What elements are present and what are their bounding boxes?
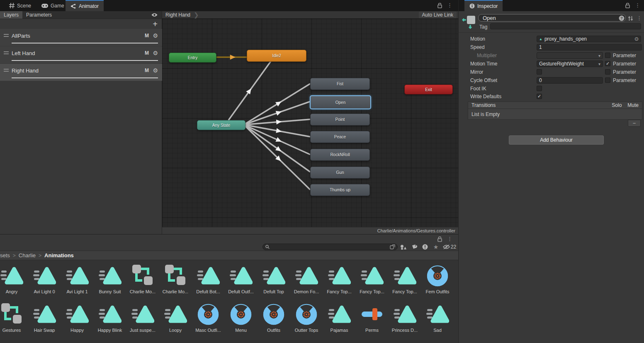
breadcrumb-charlie[interactable]: Charlie [19, 252, 36, 258]
lock-icon[interactable] [625, 3, 630, 8]
asset-item[interactable]: Happy Blink [94, 302, 126, 333]
asset-item[interactable]: Gestures [0, 302, 27, 333]
asset-item[interactable]: Hair Swap [29, 302, 60, 333]
mirror-parameter-checkbox[interactable] [605, 69, 610, 75]
asset-item[interactable]: Just suspe... [127, 302, 158, 333]
layer-row-right-hand[interactable]: Right Hand M ⚙ [0, 64, 162, 81]
tab-game[interactable]: Game [36, 0, 69, 11]
asset-item[interactable]: Fancy Top... [356, 263, 388, 294]
layer-row-allparts[interactable]: AllParts M ⚙ [0, 29, 162, 46]
asset-item[interactable]: Avi Light 1 [61, 263, 93, 294]
mask-badge[interactable]: M [145, 33, 149, 39]
filter-by-type-button[interactable] [398, 243, 408, 251]
add-behaviour-button[interactable]: Add Behaviour [509, 135, 604, 145]
mask-badge[interactable]: M [145, 50, 149, 56]
kebab-menu-icon[interactable]: ⋮ [635, 2, 640, 9]
search-box[interactable] [262, 244, 398, 250]
tab-inspector[interactable]: Inspector [464, 0, 503, 11]
kebab-menu-icon[interactable]: ⋮ [447, 236, 452, 242]
help-icon[interactable]: ? [619, 15, 625, 21]
asset-item[interactable]: Sad [422, 302, 453, 333]
node-fist[interactable]: Fist [310, 78, 370, 90]
cycle-offset-parameter-checkbox[interactable] [605, 77, 610, 83]
speed-input[interactable]: 1 [537, 44, 642, 51]
tab-parameters[interactable]: Parameters [22, 11, 56, 19]
asset-item[interactable]: Charlie Mo... [127, 263, 158, 294]
breadcrumb-assets[interactable]: sets [0, 252, 10, 258]
gear-icon[interactable]: ⚙ [153, 32, 158, 39]
breadcrumb-animations[interactable]: Animations [44, 252, 74, 258]
hidden-count-toggle[interactable]: 22 [441, 243, 458, 251]
asset-item[interactable]: Pajamas [323, 302, 355, 333]
drag-handle-icon[interactable] [4, 34, 9, 38]
write-defaults-checkbox[interactable] [537, 94, 542, 99]
alert-icon[interactable] [420, 243, 430, 251]
motion-object-field[interactable]: ▲ proxy_hands_open ⊙ [537, 36, 641, 42]
asset-item[interactable]: Angry [0, 263, 27, 294]
node-gun[interactable]: Gun [310, 167, 370, 179]
motion-time-parameter-checkbox[interactable] [605, 61, 610, 66]
mirror-checkbox[interactable] [537, 69, 542, 75]
gear-icon[interactable]: ⚙ [153, 67, 158, 74]
asset-item[interactable]: Masc Outfi... [192, 302, 224, 333]
asset-item[interactable]: Outter Tops [291, 302, 322, 333]
node-entry[interactable]: Entry [169, 53, 216, 63]
node-peace[interactable]: Peace [310, 131, 370, 143]
layer-row-left-hand[interactable]: Left Hand M ⚙ [0, 46, 162, 63]
lock-icon[interactable] [437, 3, 442, 8]
asset-item[interactable]: Defult Top [258, 263, 289, 294]
auto-live-link-button[interactable]: Auto Live Link [419, 12, 457, 18]
node-open[interactable]: Open [310, 95, 371, 109]
drag-handle-icon[interactable] [4, 69, 9, 73]
asset-item[interactable]: Defult Outf... [225, 263, 257, 294]
kebab-menu-icon[interactable]: ⋮ [447, 2, 452, 9]
object-picker-icon[interactable]: ⊙ [634, 36, 639, 42]
node-idle2[interactable]: Idle2 [247, 50, 306, 62]
asset-item[interactable]: Bunny Suit [94, 263, 126, 294]
asset-item[interactable]: Demon Fo... [291, 263, 322, 294]
asset-item[interactable]: Happy [61, 302, 93, 333]
state-machine-canvas[interactable]: Entry Idle2 Any State Fist Open Point Pe… [162, 19, 458, 227]
asset-item[interactable]: Outfits [258, 302, 289, 333]
lock-icon[interactable] [437, 237, 442, 242]
multiplier-parameter-checkbox[interactable] [605, 53, 610, 58]
gear-icon[interactable]: ⚙ [153, 50, 158, 56]
foot-ik-checkbox[interactable] [537, 86, 542, 91]
node-any-state[interactable]: Any State [197, 120, 245, 130]
node-point[interactable]: Point [310, 114, 370, 126]
asset-item[interactable]: Loopy [160, 302, 191, 333]
filter-by-label-button[interactable] [409, 243, 419, 251]
asset-item[interactable]: Perms [356, 302, 388, 333]
remove-transition-button[interactable]: − [628, 120, 641, 127]
state-name-input[interactable] [478, 14, 626, 22]
multiplier-dropdown[interactable]: ▾ [537, 52, 603, 59]
layer-weight-slider[interactable] [12, 77, 158, 78]
node-thumbs-up[interactable]: Thumbs up [310, 184, 370, 196]
node-rocknroll[interactable]: RockNRoll [310, 149, 370, 161]
kebab-menu-icon[interactable]: ⋮ [637, 15, 642, 22]
asset-item[interactable]: Fancy Top... [389, 263, 420, 294]
open-in-window-icon[interactable] [390, 244, 395, 249]
add-layer-button[interactable]: + [153, 20, 158, 28]
node-exit[interactable]: Exit [404, 85, 453, 94]
layer-weight-slider[interactable] [12, 43, 158, 43]
asset-item[interactable]: Defult Bot... [192, 263, 224, 294]
mask-badge[interactable]: M [145, 68, 149, 73]
tab-layers[interactable]: Layers [0, 11, 22, 19]
eye-icon[interactable] [151, 13, 158, 17]
presets-icon[interactable] [628, 16, 633, 21]
motion-time-dropdown[interactable]: GestureRightWeight▾ [537, 60, 603, 67]
layer-weight-slider[interactable] [12, 60, 158, 61]
graph-breadcrumb[interactable]: Right Hand [162, 12, 190, 18]
asset-item[interactable]: Charlie Mo... [160, 263, 191, 294]
asset-item[interactable]: Fancy Top... [323, 263, 355, 294]
asset-item[interactable]: Avi Light 0 [29, 263, 60, 294]
drag-handle-icon[interactable] [4, 51, 9, 56]
favorites-star-icon[interactable]: ★ [431, 243, 441, 251]
tab-scene[interactable]: Scene [4, 0, 36, 11]
tag-input[interactable] [490, 23, 641, 29]
tab-animator[interactable]: Animator [66, 0, 104, 11]
search-input[interactable] [270, 244, 390, 249]
asset-item[interactable]: Princess D... [389, 302, 420, 333]
cycle-offset-input[interactable]: 0 [537, 77, 603, 84]
